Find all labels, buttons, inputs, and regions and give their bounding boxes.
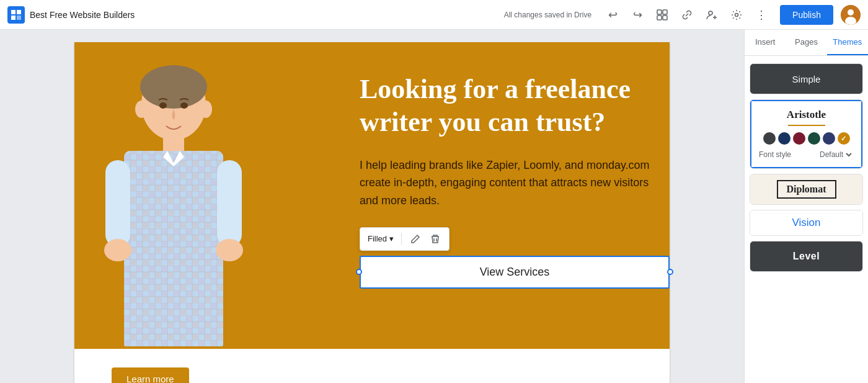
hero-body: I help leading brands like Zapier, Looml… [360, 156, 670, 210]
color-dot-green[interactable] [808, 132, 820, 145]
theme-card-simple[interactable]: Simple [750, 63, 863, 94]
svg-rect-2 [11, 16, 16, 20]
panel-tabs: Insert Pages Themes [745, 30, 868, 56]
font-style-row: Font style Default [759, 150, 854, 160]
svg-rect-31 [105, 160, 130, 247]
btn-handle-left[interactable] [356, 269, 362, 275]
undo-button[interactable]: ↩ [601, 4, 624, 26]
color-dot-burgundy[interactable] [793, 132, 805, 145]
theme-card-diplomat[interactable]: Diplomat [750, 174, 863, 205]
theme-level-label: Level [793, 251, 820, 262]
theme-card-vision[interactable]: Vision [750, 210, 863, 236]
theme-diplomat-preview: Diplomat [750, 174, 862, 204]
color-dot-blue[interactable] [823, 132, 835, 145]
theme-card-aristotle[interactable]: Aristotle Font style Default [750, 99, 863, 169]
save-status: All changes saved in Drive [504, 11, 591, 19]
document-title: Best Free Website Builders [30, 10, 499, 20]
below-hero-section: Learn more [74, 349, 670, 383]
toolbar-divider [401, 233, 402, 245]
svg-rect-32 [217, 160, 242, 247]
theme-aristotle-label: Aristotle [787, 109, 826, 121]
tab-themes[interactable]: Themes [827, 30, 868, 55]
svg-rect-6 [657, 16, 662, 20]
main-area: Looking for a freelance writer you can t… [0, 30, 868, 383]
redo-button[interactable]: ↪ [626, 4, 649, 26]
right-panel: Insert Pages Themes Simple Aristotle [744, 30, 868, 383]
theme-vision-label: Vision [792, 217, 821, 229]
svg-point-29 [200, 101, 212, 118]
toolbar-actions: ↩ ↪ [601, 4, 861, 26]
canvas-area: Looking for a freelance writer you can t… [0, 30, 744, 383]
tab-pages[interactable]: Pages [786, 30, 826, 55]
settings-button[interactable] [725, 4, 748, 26]
svg-point-26 [159, 102, 167, 109]
svg-rect-5 [663, 10, 667, 14]
panel-content: Simple Aristotle [745, 56, 868, 383]
hero-content: Looking for a freelance writer you can t… [347, 42, 694, 349]
aristotle-underline [788, 125, 825, 126]
svg-rect-4 [657, 10, 662, 14]
chevron-down-icon: ▾ [389, 234, 394, 243]
diplomat-label: Diplomat [777, 180, 836, 199]
theme-level-preview: Level [750, 241, 862, 271]
add-person-button[interactable] [701, 4, 723, 26]
theme-simple-preview: Simple [750, 64, 862, 94]
svg-point-8 [709, 11, 712, 15]
theme-card-level[interactable]: Level [750, 241, 863, 272]
person-image [74, 42, 273, 346]
hero-section: Looking for a freelance writer you can t… [74, 42, 670, 349]
tab-insert[interactable]: Insert [745, 30, 786, 55]
view-services-button[interactable]: View Services [360, 256, 670, 289]
learn-more-button[interactable]: Learn more [112, 367, 189, 383]
hero-heading: Looking for a freelance writer you can t… [360, 73, 670, 139]
svg-rect-0 [11, 10, 16, 14]
more-button[interactable]: ⋮ [750, 4, 773, 26]
theme-aristotle-preview: Aristotle Font style Default [750, 100, 862, 168]
topbar: Best Free Website Builders All changes s… [0, 0, 868, 30]
svg-point-9 [735, 13, 738, 16]
svg-rect-18 [124, 151, 223, 346]
theme-simple-label: Simple [792, 74, 821, 84]
app-logo [7, 6, 25, 24]
font-style-dropdown[interactable]: Default [817, 150, 854, 160]
svg-point-33 [104, 239, 131, 261]
font-style-label: Font style [759, 150, 791, 159]
edit-button[interactable] [407, 230, 424, 248]
svg-point-11 [848, 9, 854, 16]
view-services-wrapper: View Services [360, 256, 670, 289]
btn-handle-right[interactable] [667, 269, 673, 275]
svg-point-28 [135, 101, 148, 118]
link-button[interactable] [676, 4, 698, 26]
svg-rect-7 [663, 16, 667, 20]
button-toolbar: Filled ▾ [360, 227, 450, 251]
color-dot-navy[interactable] [778, 132, 790, 145]
page-canvas: Looking for a freelance writer you can t… [74, 42, 670, 383]
svg-rect-1 [17, 10, 21, 14]
hero-image-area [74, 42, 347, 349]
color-dots [763, 132, 850, 145]
color-dot-amber[interactable] [838, 132, 850, 145]
color-dot-dark[interactable] [763, 132, 776, 145]
svg-point-15 [140, 65, 207, 109]
theme-vision-preview: Vision [750, 210, 862, 235]
svg-point-27 [180, 102, 188, 109]
layout-button[interactable] [651, 4, 673, 26]
button-style-select[interactable]: Filled ▾ [365, 232, 396, 246]
avatar[interactable] [841, 5, 861, 25]
delete-button[interactable] [427, 230, 444, 248]
publish-button[interactable]: Publish [780, 5, 833, 25]
svg-rect-3 [17, 16, 21, 20]
svg-point-34 [216, 239, 243, 261]
